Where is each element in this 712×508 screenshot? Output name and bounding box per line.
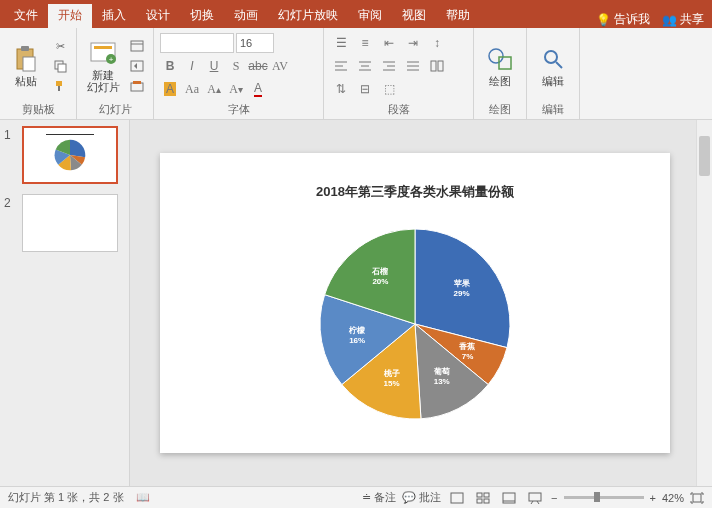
normal-view-button[interactable] xyxy=(447,490,467,506)
svg-rect-28 xyxy=(431,61,436,71)
bullets-button[interactable]: ☰ xyxy=(330,33,352,53)
find-icon xyxy=(539,45,567,73)
shrink-font-button[interactable]: A▾ xyxy=(226,79,246,99)
indent-dec-button[interactable]: ⇤ xyxy=(378,33,400,53)
bold-button[interactable]: B xyxy=(160,56,180,76)
comments-button[interactable]: 💬 批注 xyxy=(402,490,441,505)
scroll-thumb[interactable] xyxy=(699,136,710,176)
tab-slideshow[interactable]: 幻灯片放映 xyxy=(268,4,348,28)
zoom-in-button[interactable]: + xyxy=(650,492,656,504)
strike-button[interactable]: abc xyxy=(248,56,268,76)
svg-text:16%: 16% xyxy=(349,336,365,345)
section-button[interactable] xyxy=(127,77,147,95)
svg-text:柠檬: 柠檬 xyxy=(348,326,366,335)
font-label: 字体 xyxy=(160,100,317,117)
layout-button[interactable] xyxy=(127,37,147,55)
font-name-combo[interactable] xyxy=(160,33,234,53)
drawing-button[interactable]: 绘图 xyxy=(480,45,520,87)
editing-label: 编辑 xyxy=(533,100,573,117)
svg-point-30 xyxy=(489,49,503,63)
tab-design[interactable]: 设计 xyxy=(136,4,180,28)
align-text-button[interactable]: ⊟ xyxy=(354,79,376,99)
font-size-combo[interactable]: 16 xyxy=(236,33,274,53)
slide-canvas[interactable]: 2018年第三季度各类水果销量份额 苹果29%香蕉7%葡萄13%桃子15%柠檬1… xyxy=(130,120,712,486)
slideshow-view-button[interactable] xyxy=(525,490,545,506)
thumbnail-2[interactable]: 2 xyxy=(4,194,125,252)
svg-rect-1 xyxy=(21,46,29,51)
tab-help[interactable]: 帮助 xyxy=(436,4,480,28)
reset-button[interactable] xyxy=(127,57,147,75)
zoom-level[interactable]: 42% xyxy=(662,492,684,504)
svg-rect-49 xyxy=(477,499,482,503)
thumbnail-slide xyxy=(22,194,118,252)
svg-text:葡萄: 葡萄 xyxy=(433,367,450,376)
tell-me-button[interactable]: 💡告诉我 xyxy=(596,11,650,28)
sorter-view-button[interactable] xyxy=(473,490,493,506)
svg-rect-11 xyxy=(131,41,143,51)
vertical-scrollbar[interactable] xyxy=(696,120,712,486)
tab-insert[interactable]: 插入 xyxy=(92,4,136,28)
tab-transitions[interactable]: 切换 xyxy=(180,4,224,28)
svg-text:石榴: 石榴 xyxy=(371,267,388,276)
slides-label: 幻灯片 xyxy=(83,100,147,117)
content-area: 1 2 2018年第三季度各类水果销量份额 苹果29%香蕉7%葡 xyxy=(0,120,712,486)
svg-text:+: + xyxy=(109,55,114,64)
align-center-button[interactable] xyxy=(354,56,376,76)
new-slide-icon: + xyxy=(89,39,117,67)
share-button[interactable]: 👥共享 xyxy=(662,11,704,28)
zoom-handle[interactable] xyxy=(594,492,600,502)
numbering-button[interactable]: ≡ xyxy=(354,33,376,53)
font-color-button[interactable]: A xyxy=(248,79,268,99)
tab-file[interactable]: 文件 xyxy=(4,4,48,28)
lightbulb-icon: 💡 xyxy=(596,13,611,27)
spellcheck-icon[interactable]: 📖 xyxy=(136,491,150,504)
svg-text:29%: 29% xyxy=(454,289,470,298)
numbering-icon: ≡ xyxy=(361,36,368,50)
zoom-slider[interactable] xyxy=(564,496,644,499)
reading-view-button[interactable] xyxy=(499,490,519,506)
thumbnail-slide xyxy=(22,126,118,184)
line-spacing-button[interactable]: ↕ xyxy=(426,33,448,53)
status-bar: 幻灯片 第 1 张，共 2 张 📖 ≐ 备注 💬 批注 − + 42% xyxy=(0,486,712,508)
indent-inc-button[interactable]: ⇥ xyxy=(402,33,424,53)
clipboard-label: 剪贴板 xyxy=(6,100,70,117)
thumbnail-1[interactable]: 1 xyxy=(4,126,125,184)
textdir-icon: ⇅ xyxy=(336,82,346,96)
shadow-button[interactable]: S xyxy=(226,56,246,76)
tab-review[interactable]: 审阅 xyxy=(348,4,392,28)
columns-button[interactable] xyxy=(426,56,448,76)
tab-home[interactable]: 开始 xyxy=(48,4,92,28)
svg-text:桃子: 桃子 xyxy=(383,369,400,378)
drawing-label: 绘图 xyxy=(480,100,520,117)
format-painter-button[interactable] xyxy=(50,77,70,95)
svg-rect-46 xyxy=(451,493,463,503)
zoom-out-button[interactable]: − xyxy=(551,492,557,504)
svg-text:7%: 7% xyxy=(462,352,474,361)
smartart-button[interactable]: ⬚ xyxy=(378,79,400,99)
ribbon-group-clipboard: 粘贴 ✂ 剪贴板 xyxy=(0,28,77,119)
grow-font-button[interactable]: A▴ xyxy=(204,79,224,99)
fit-button[interactable] xyxy=(690,492,704,504)
align-left-button[interactable] xyxy=(330,56,352,76)
paste-button[interactable]: 粘贴 xyxy=(6,45,46,87)
align-right-button[interactable] xyxy=(378,56,400,76)
text-direction-button[interactable]: ⇅ xyxy=(330,79,352,99)
editing-button[interactable]: 编辑 xyxy=(533,45,573,87)
case-button[interactable]: Aa xyxy=(182,79,202,99)
tab-view[interactable]: 视图 xyxy=(392,4,436,28)
thumbnail-panel[interactable]: 1 2 xyxy=(0,120,130,486)
justify-button[interactable] xyxy=(402,56,424,76)
smartart-icon: ⬚ xyxy=(384,82,395,96)
new-slide-button[interactable]: + 新建 幻灯片 xyxy=(83,39,123,93)
spacing-button[interactable]: AV xyxy=(270,56,290,76)
tab-animations[interactable]: 动画 xyxy=(224,4,268,28)
highlight-button[interactable]: A xyxy=(160,79,180,99)
cut-button[interactable]: ✂ xyxy=(50,37,70,55)
copy-button[interactable] xyxy=(50,57,70,75)
italic-button[interactable]: I xyxy=(182,56,202,76)
layout-icon xyxy=(130,40,144,52)
share-icon: 👥 xyxy=(662,13,677,27)
notes-button[interactable]: ≐ 备注 xyxy=(362,490,396,505)
underline-button[interactable]: U xyxy=(204,56,224,76)
slide[interactable]: 2018年第三季度各类水果销量份额 苹果29%香蕉7%葡萄13%桃子15%柠檬1… xyxy=(160,153,670,453)
